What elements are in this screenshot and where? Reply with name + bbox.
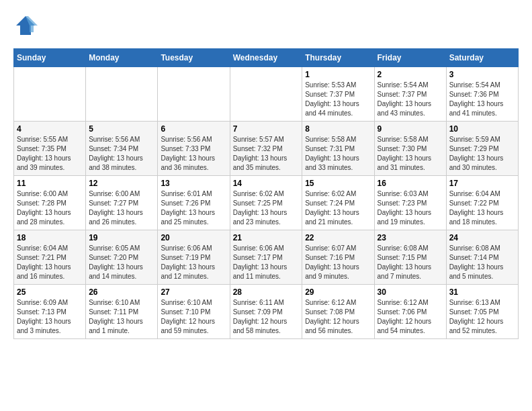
calendar-cell: 19Sunrise: 6:05 AM Sunset: 7:20 PM Dayli… xyxy=(86,230,158,285)
calendar-cell: 3Sunrise: 5:54 AM Sunset: 7:36 PM Daylig… xyxy=(446,67,518,122)
calendar-cell: 6Sunrise: 5:56 AM Sunset: 7:33 PM Daylig… xyxy=(158,122,230,176)
calendar-cell: 24Sunrise: 6:08 AM Sunset: 7:14 PM Dayli… xyxy=(446,230,518,285)
day-number: 19 xyxy=(89,233,154,242)
day-number: 25 xyxy=(17,287,83,297)
calendar-cell: 26Sunrise: 6:10 AM Sunset: 7:11 PM Dayli… xyxy=(86,285,158,339)
day-number: 17 xyxy=(449,179,515,188)
day-info: Sunrise: 6:08 AM Sunset: 7:15 PM Dayligh… xyxy=(378,244,443,281)
day-number: 28 xyxy=(233,287,300,297)
calendar-cell: 14Sunrise: 6:02 AM Sunset: 7:25 PM Dayli… xyxy=(230,176,302,230)
calendar-cell: 25Sunrise: 6:09 AM Sunset: 7:13 PM Dayli… xyxy=(14,285,86,339)
day-number: 11 xyxy=(17,179,83,188)
calendar-table: SundayMondayTuesdayWednesdayThursdayFrid… xyxy=(13,48,519,339)
logo xyxy=(13,13,40,38)
day-info: Sunrise: 5:56 AM Sunset: 7:34 PM Dayligh… xyxy=(89,135,154,173)
calendar-header-row: SundayMondayTuesdayWednesdayThursdayFrid… xyxy=(14,49,519,67)
day-info: Sunrise: 6:08 AM Sunset: 7:14 PM Dayligh… xyxy=(449,244,515,281)
day-info: Sunrise: 6:13 AM Sunset: 7:05 PM Dayligh… xyxy=(449,298,515,336)
calendar-cell: 8Sunrise: 5:58 AM Sunset: 7:31 PM Daylig… xyxy=(302,122,374,176)
day-info: Sunrise: 6:12 AM Sunset: 7:08 PM Dayligh… xyxy=(305,298,371,336)
calendar-cell: 20Sunrise: 6:06 AM Sunset: 7:19 PM Dayli… xyxy=(158,230,230,285)
day-number: 10 xyxy=(449,124,515,134)
calendar-cell: 10Sunrise: 5:59 AM Sunset: 7:29 PM Dayli… xyxy=(446,122,518,176)
calendar-cell: 9Sunrise: 5:58 AM Sunset: 7:30 PM Daylig… xyxy=(374,122,446,176)
calendar-week-2: 4Sunrise: 5:55 AM Sunset: 7:35 PM Daylig… xyxy=(14,122,519,176)
calendar-cell: 31Sunrise: 6:13 AM Sunset: 7:05 PM Dayli… xyxy=(446,285,518,339)
day-info: Sunrise: 6:00 AM Sunset: 7:28 PM Dayligh… xyxy=(17,189,83,227)
calendar-cell: 27Sunrise: 6:10 AM Sunset: 7:10 PM Dayli… xyxy=(158,285,230,339)
day-info: Sunrise: 6:00 AM Sunset: 7:27 PM Dayligh… xyxy=(89,189,154,227)
day-number: 1 xyxy=(305,70,371,79)
calendar-cell: 17Sunrise: 6:04 AM Sunset: 7:22 PM Dayli… xyxy=(446,176,518,230)
calendar-cell: 12Sunrise: 6:00 AM Sunset: 7:27 PM Dayli… xyxy=(86,176,158,230)
header-day-tuesday: Tuesday xyxy=(158,49,230,67)
day-info: Sunrise: 6:01 AM Sunset: 7:26 PM Dayligh… xyxy=(161,189,226,227)
day-info: Sunrise: 5:53 AM Sunset: 7:37 PM Dayligh… xyxy=(305,81,371,118)
header-day-thursday: Thursday xyxy=(302,49,374,67)
day-info: Sunrise: 6:07 AM Sunset: 7:16 PM Dayligh… xyxy=(305,244,371,281)
day-number: 5 xyxy=(89,124,154,134)
calendar-cell: 1Sunrise: 5:53 AM Sunset: 7:37 PM Daylig… xyxy=(302,67,374,122)
day-info: Sunrise: 6:12 AM Sunset: 7:06 PM Dayligh… xyxy=(378,298,443,336)
calendar-cell: 22Sunrise: 6:07 AM Sunset: 7:16 PM Dayli… xyxy=(302,230,374,285)
day-info: Sunrise: 6:06 AM Sunset: 7:19 PM Dayligh… xyxy=(161,244,226,281)
calendar-cell: 4Sunrise: 5:55 AM Sunset: 7:35 PM Daylig… xyxy=(14,122,86,176)
day-info: Sunrise: 6:03 AM Sunset: 7:23 PM Dayligh… xyxy=(378,189,443,227)
day-number: 15 xyxy=(305,179,371,188)
calendar-cell: 23Sunrise: 6:08 AM Sunset: 7:15 PM Dayli… xyxy=(374,230,446,285)
calendar-cell xyxy=(86,67,158,122)
header-day-monday: Monday xyxy=(86,49,158,67)
day-info: Sunrise: 6:02 AM Sunset: 7:25 PM Dayligh… xyxy=(233,189,300,227)
day-info: Sunrise: 6:10 AM Sunset: 7:10 PM Dayligh… xyxy=(161,298,226,336)
calendar-week-3: 11Sunrise: 6:00 AM Sunset: 7:28 PM Dayli… xyxy=(14,176,519,230)
header-day-friday: Friday xyxy=(374,49,446,67)
calendar-cell: 11Sunrise: 6:00 AM Sunset: 7:28 PM Dayli… xyxy=(14,176,86,230)
day-number: 2 xyxy=(378,70,443,79)
calendar-cell: 5Sunrise: 5:56 AM Sunset: 7:34 PM Daylig… xyxy=(86,122,158,176)
day-info: Sunrise: 5:55 AM Sunset: 7:35 PM Dayligh… xyxy=(17,135,83,173)
header-day-sunday: Sunday xyxy=(14,49,86,67)
day-info: Sunrise: 5:54 AM Sunset: 7:37 PM Dayligh… xyxy=(378,81,443,118)
day-number: 30 xyxy=(378,287,443,297)
day-info: Sunrise: 6:02 AM Sunset: 7:24 PM Dayligh… xyxy=(305,189,371,227)
calendar-cell: 2Sunrise: 5:54 AM Sunset: 7:37 PM Daylig… xyxy=(374,67,446,122)
day-number: 29 xyxy=(305,287,371,297)
header-day-saturday: Saturday xyxy=(446,49,518,67)
day-number: 6 xyxy=(161,124,226,134)
day-number: 31 xyxy=(449,287,515,297)
day-number: 23 xyxy=(378,233,443,242)
calendar-cell: 18Sunrise: 6:04 AM Sunset: 7:21 PM Dayli… xyxy=(14,230,86,285)
day-number: 21 xyxy=(233,233,300,242)
day-number: 9 xyxy=(378,124,443,134)
day-info: Sunrise: 6:11 AM Sunset: 7:09 PM Dayligh… xyxy=(233,298,300,336)
calendar-cell: 15Sunrise: 6:02 AM Sunset: 7:24 PM Dayli… xyxy=(302,176,374,230)
calendar-cell: 13Sunrise: 6:01 AM Sunset: 7:26 PM Dayli… xyxy=(158,176,230,230)
day-info: Sunrise: 6:04 AM Sunset: 7:21 PM Dayligh… xyxy=(17,244,83,281)
day-info: Sunrise: 6:04 AM Sunset: 7:22 PM Dayligh… xyxy=(449,189,515,227)
day-number: 18 xyxy=(17,233,83,242)
calendar-week-5: 25Sunrise: 6:09 AM Sunset: 7:13 PM Dayli… xyxy=(14,285,519,339)
calendar-cell: 21Sunrise: 6:06 AM Sunset: 7:17 PM Dayli… xyxy=(230,230,302,285)
day-info: Sunrise: 6:09 AM Sunset: 7:13 PM Dayligh… xyxy=(17,298,83,336)
calendar-cell xyxy=(158,67,230,122)
calendar-cell: 28Sunrise: 6:11 AM Sunset: 7:09 PM Dayli… xyxy=(230,285,302,339)
day-info: Sunrise: 5:57 AM Sunset: 7:32 PM Dayligh… xyxy=(233,135,300,173)
calendar-cell: 30Sunrise: 6:12 AM Sunset: 7:06 PM Dayli… xyxy=(374,285,446,339)
day-number: 4 xyxy=(17,124,83,134)
logo-icon xyxy=(13,13,38,38)
day-number: 22 xyxy=(305,233,371,242)
calendar-cell: 29Sunrise: 6:12 AM Sunset: 7:08 PM Dayli… xyxy=(302,285,374,339)
page-header xyxy=(13,13,519,38)
day-number: 8 xyxy=(305,124,371,134)
day-info: Sunrise: 6:10 AM Sunset: 7:11 PM Dayligh… xyxy=(89,298,154,336)
calendar-cell: 16Sunrise: 6:03 AM Sunset: 7:23 PM Dayli… xyxy=(374,176,446,230)
day-info: Sunrise: 5:56 AM Sunset: 7:33 PM Dayligh… xyxy=(161,135,226,173)
day-number: 12 xyxy=(89,179,154,188)
day-info: Sunrise: 5:54 AM Sunset: 7:36 PM Dayligh… xyxy=(449,81,515,118)
calendar-cell xyxy=(230,67,302,122)
day-number: 13 xyxy=(161,179,226,188)
calendar-week-4: 18Sunrise: 6:04 AM Sunset: 7:21 PM Dayli… xyxy=(14,230,519,285)
day-number: 26 xyxy=(89,287,154,297)
day-info: Sunrise: 6:06 AM Sunset: 7:17 PM Dayligh… xyxy=(233,244,300,281)
day-number: 24 xyxy=(449,233,515,242)
